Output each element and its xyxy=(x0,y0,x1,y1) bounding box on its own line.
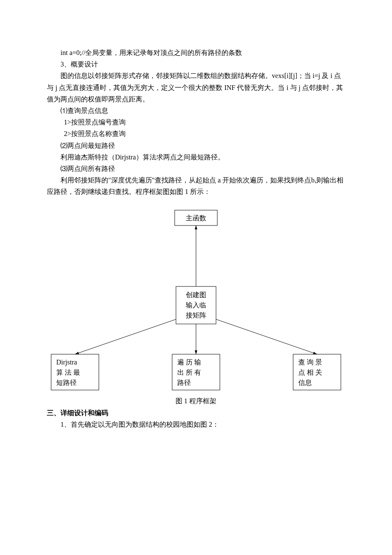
edge-create-dijkstra xyxy=(75,319,176,354)
label-query-3: 信息 xyxy=(298,379,312,386)
label-dijkstra-2: 算法最 xyxy=(56,369,82,376)
para-2: 3、概要设计 xyxy=(47,58,345,70)
label-traverse-1: 遍历输 xyxy=(177,358,203,366)
label-dijkstra-3: 短路径 xyxy=(56,379,77,386)
code-line: int a=0;//全局变量，用来记录每对顶点之间的所有路径的条数 xyxy=(47,47,345,58)
section-heading-3: 三、详细设计和编码 xyxy=(47,407,345,419)
para-6: 2>按照景点名称查询 xyxy=(47,128,345,139)
label-query-2: 点相关 xyxy=(298,369,324,376)
para-3: 图的信息以邻接矩阵形式存储，邻接矩阵以二维数组的数据结构存储。vexs[i][j… xyxy=(47,70,345,105)
label-query-1: 查询景 xyxy=(298,358,324,366)
para-7: ⑵两点间最短路径 xyxy=(47,140,345,151)
label-create-3: 接矩阵 xyxy=(186,312,206,319)
para-5: 1>按照景点编号查询 xyxy=(47,116,345,128)
para-4: ⑴查询景点信息 xyxy=(47,105,345,116)
edge-create-query xyxy=(216,319,317,354)
para-8: 利用迪杰斯特拉（Dirjstra）算法求两点之间最短路径。 xyxy=(47,151,345,163)
flowchart: 主函数 创建图 输入临 接矩阵 Dirjstra 算法最 短路径 遍历输 出所有… xyxy=(47,205,345,393)
para-11: 1、首先确定以无向图为数据结构的校园地图如图 2： xyxy=(47,419,345,430)
label-traverse-3: 路径 xyxy=(177,379,191,386)
label-main: 主函数 xyxy=(186,214,206,222)
figure-caption: 图 1 程序框架 xyxy=(47,395,345,407)
label-dijkstra-1: Dirjstra xyxy=(56,358,77,366)
label-traverse-2: 出所有 xyxy=(177,369,203,376)
label-create-1: 创建图 xyxy=(186,291,206,298)
para-9: ⑶两点间所有路径 xyxy=(47,163,345,174)
para-10: 利用邻接矩阵的"深度优先遍历"查找路径，从起始点 a 开始依次遍历，如果找到终点… xyxy=(47,174,345,197)
label-create-2: 输入临 xyxy=(186,301,206,309)
